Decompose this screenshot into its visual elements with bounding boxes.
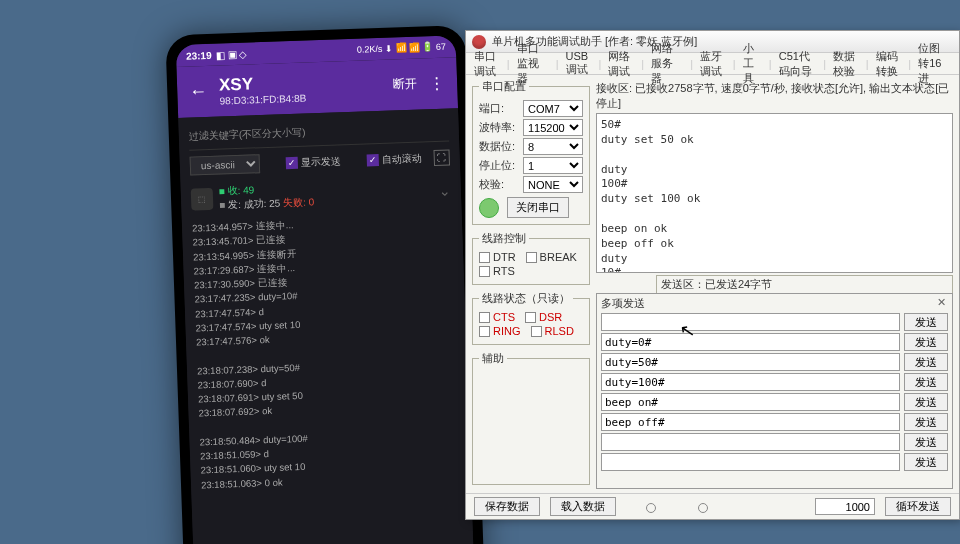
stopbits-select[interactable]: 1 [523,157,583,174]
show-send-checkbox[interactable]: ✓显示发送 [286,154,341,170]
save-data-button[interactable]: 保存数据 [474,497,540,516]
back-icon[interactable]: ← [189,81,208,103]
rx-count: 收: 49 [227,184,254,196]
close-icon[interactable]: ✕ [934,296,948,311]
phone-body: 过滤关键字(不区分大小写) us-ascii ✓显示发送 ✓自动滚动 ⛶ ⬚ ■… [178,108,474,544]
auto-scroll-checkbox[interactable]: ✓自动滚动 [367,151,422,167]
send-row: 发送 [601,433,948,451]
rx-textarea[interactable]: 50# duty set 50 ok duty 100# duty set 10… [596,113,953,273]
send-button[interactable]: 发送 [904,333,948,351]
phone-screen: 23:19 ◧ ▣ ◇ 0.2K/s ⬇ 📶 📶 🔋 67 ← XSY 98:D… [176,35,475,544]
status-notif-icons: ◧ ▣ ◇ [215,48,247,60]
send-button[interactable]: 发送 [904,393,948,411]
send-input[interactable] [601,413,900,431]
status-right-icons: 0.2K/s ⬇ 📶 📶 🔋 67 [357,42,446,55]
radio-1[interactable] [646,500,658,512]
dtr-checkbox[interactable]: DTR [479,251,516,263]
send-input[interactable] [601,313,900,331]
rx-header: 接收区: 已接收2758字节, 速度0字节/秒, 接收状态[允许], 输出文本状… [596,79,953,113]
send-input[interactable] [601,453,900,471]
app-badge-icon: ⬚ [191,188,214,211]
log-area[interactable]: 23:13:44.957> 连接中...23:13:45.701> 已连接23:… [192,213,461,493]
toolbar: 串口调试|串口监视器|USB调试|网络调试|网络服务器|蓝牙调试|小工具|C51… [466,53,959,75]
chevron-down-icon[interactable]: ⌄ [439,183,452,199]
pc-window: 单片机多功能调试助手 [作者: 零妖.蓝牙例] 串口调试|串口监视器|USB调试… [465,30,960,520]
databits-select[interactable]: 8 [523,138,583,155]
port-select[interactable]: COM7 [523,100,583,117]
send-button[interactable]: 发送 [904,433,948,451]
encoding-select[interactable]: us-ascii [190,154,261,175]
radio-2[interactable] [698,500,710,512]
port-config-group: 串口配置 端口:COM7 波特率:115200 数据位:8 停止位:1 校验:N… [472,79,590,225]
send-row: 发送 [601,413,948,431]
multi-send-panel: 多项发送 ✕ 发送发送发送发送发送发送发送发送 [596,293,953,489]
baud-select[interactable]: 115200 [523,119,583,136]
load-data-button[interactable]: 载入数据 [550,497,616,516]
flow-control-group: 线路控制 DTR BREAK RTS [472,231,590,285]
send-row: 发送 [601,393,948,411]
send-row: 发送 [601,453,948,471]
interval-input[interactable] [815,498,875,515]
send-input[interactable] [601,333,900,351]
line-status-group: 线路状态（只读） CTS DSR RING RLSD [472,291,590,345]
send-button[interactable]: 发送 [904,353,948,371]
multi-send-title: 多项发送 [601,296,934,311]
help-group: 辅助 [472,351,590,485]
tx-header: 发送区：已发送24字节 [656,275,953,293]
fullscreen-icon[interactable]: ⛶ [433,149,450,166]
disconnect-button[interactable]: 断开 [393,76,418,94]
send-button[interactable]: 发送 [904,373,948,391]
stats-text: ■ 收: 49 ■ 发: 成功: 25 失败: 0 [219,181,315,212]
send-button[interactable]: 发送 [904,313,948,331]
send-input[interactable] [601,393,900,411]
send-row: 发送 [601,353,948,371]
loop-send-button[interactable]: 循环发送 [885,497,951,516]
port-status-led-icon [479,198,499,218]
send-button[interactable]: 发送 [904,453,948,471]
send-input[interactable] [601,353,900,371]
more-icon[interactable]: ⋮ [429,74,446,94]
fail-count: 失败: 0 [283,196,314,208]
close-port-button[interactable]: 关闭串口 [507,197,569,218]
main-area: 串口配置 端口:COM7 波特率:115200 数据位:8 停止位:1 校验:N… [466,75,959,493]
send-row: 发送 [601,333,948,351]
send-row: 发送 [601,373,948,391]
break-checkbox[interactable]: BREAK [526,251,577,263]
parity-select[interactable]: NONE [523,176,583,193]
bottom-bar: 保存数据 载入数据 循环发送 [466,493,959,519]
rlsd-indicator: RLSD [531,325,574,337]
send-input[interactable] [601,433,900,451]
ring-indicator: RING [479,325,521,337]
send-button[interactable]: 发送 [904,413,948,431]
title-block: XSY 98:D3:31:FD:B4:8B [219,69,394,106]
port-config-legend: 串口配置 [479,79,529,94]
left-panel: 串口配置 端口:COM7 波特率:115200 数据位:8 停止位:1 校验:N… [466,75,596,493]
status-time: 23:19 [186,49,212,61]
send-row: 发送 [601,313,948,331]
cts-indicator: CTS [479,311,515,323]
tx-count: 发: 成功: 25 [228,197,281,210]
phone-device: 23:19 ◧ ▣ ◇ 0.2K/s ⬇ 📶 📶 🔋 67 ← XSY 98:D… [165,25,484,544]
dsr-indicator: DSR [525,311,562,323]
rts-checkbox[interactable]: RTS [479,265,583,277]
send-input[interactable] [601,373,900,391]
right-panel: 接收区: 已接收2758字节, 速度0字节/秒, 接收状态[允许], 输出文本状… [596,75,959,493]
